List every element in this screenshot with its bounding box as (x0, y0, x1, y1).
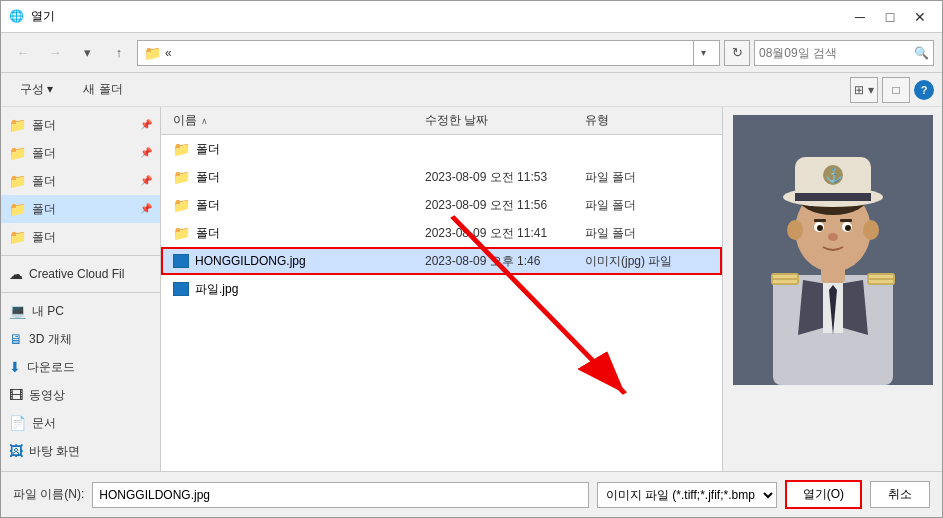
preview-icon: □ (892, 83, 899, 97)
up-button[interactable]: ↑ (105, 39, 133, 67)
forward-icon: → (49, 45, 62, 60)
sidebar-item-label: Creative Cloud Fil (29, 267, 124, 281)
sidebar: 📁 폴더 📌 📁 폴더 📌 📁 폴더 📌 📁 폴더 📌 📁 폴 (1, 107, 161, 471)
image-file-icon (173, 282, 189, 296)
sidebar-item-folder4[interactable]: 📁 폴더 📌 (1, 195, 160, 223)
sidebar-item-videos[interactable]: 🎞 동영상 (1, 381, 160, 409)
filename-label: 파일 이름(N): (13, 486, 84, 503)
table-row-selected[interactable]: HONGGILDONG.jpg 2023-08-09 오후 1:46 이미지(j… (161, 247, 722, 275)
sidebar-item-label: 동영상 (29, 387, 65, 404)
close-button[interactable]: ✕ (906, 3, 934, 31)
search-icon: 🔍 (914, 46, 929, 60)
pin-icon: 📌 (140, 119, 152, 131)
folder-icon: 📁 (9, 145, 26, 161)
filename-input[interactable] (92, 482, 588, 508)
file-header: 이름 ∧ 수정한 날짜 유형 (161, 107, 722, 135)
sidebar-item-label: 폴더 (32, 145, 56, 162)
pc-icon: 💻 (9, 303, 26, 319)
sidebar-item-creative-cloud[interactable]: ☁ Creative Cloud Fil (1, 260, 160, 288)
help-button[interactable]: ? (914, 80, 934, 100)
sidebar-item-folder2[interactable]: 📁 폴더 📌 (1, 139, 160, 167)
folder-icon: 📁 (173, 169, 190, 185)
address-text: « (165, 46, 689, 60)
svg-rect-10 (773, 280, 797, 283)
sidebar-item-docs[interactable]: 📄 문서 (1, 409, 160, 437)
dialog-title: 열기 (31, 8, 846, 25)
organize-button[interactable]: 구성 ▾ (9, 77, 64, 102)
sidebar-item-label: 바탕 화면 (29, 443, 80, 460)
col-date-header[interactable]: 수정한 날짜 (425, 112, 585, 129)
view-mode-button[interactable]: ⊞ ▾ (850, 77, 878, 103)
new-folder-button[interactable]: 새 폴더 (72, 77, 133, 102)
svg-point-25 (828, 233, 838, 241)
table-row[interactable]: 📁 폴더 2023-08-09 오전 11:53 파일 폴더 (161, 163, 722, 191)
sidebar-item-desktop[interactable]: 🖼 바탕 화면 (1, 437, 160, 465)
file-date: 2023-08-09 오후 1:46 (425, 253, 585, 270)
svg-rect-28 (795, 193, 871, 201)
svg-point-21 (817, 225, 823, 231)
svg-text:⚓: ⚓ (824, 167, 842, 184)
address-chevron[interactable]: ▾ (693, 40, 713, 66)
svg-rect-13 (869, 280, 893, 283)
file-type: 파일 폴더 (585, 169, 705, 186)
file-name: HONGGILDONG.jpg (195, 254, 306, 268)
docs-icon: 📄 (9, 415, 26, 431)
folder-icon: 📁 (9, 117, 26, 133)
forward-button[interactable]: → (41, 39, 69, 67)
bottom-bar: 파일 이름(N): 이미지 파일 (*.tiff;*.jfif;*.bmp;* … (1, 471, 942, 517)
sidebar-item-label: 폴더 (32, 117, 56, 134)
folder-icon: 📁 (173, 225, 190, 241)
svg-point-22 (845, 225, 851, 231)
sidebar-item-mypc[interactable]: 💻 내 PC (1, 297, 160, 325)
table-row[interactable]: 📁 폴더 (161, 135, 722, 163)
col-type-header[interactable]: 유형 (585, 112, 705, 129)
sidebar-item-folder3[interactable]: 📁 폴더 📌 (1, 167, 160, 195)
file-name: 폴더 (196, 141, 220, 158)
filetype-select[interactable]: 이미지 파일 (*.tiff;*.jfif;*.bmp;* (597, 482, 777, 508)
address-bar[interactable]: 📁 « ▾ (137, 40, 720, 66)
sidebar-item-3d[interactable]: 🖥 3D 개체 (1, 325, 160, 353)
col-name-header[interactable]: 이름 ∧ (165, 112, 425, 129)
up-icon: ↑ (116, 45, 123, 60)
sidebar-item-downloads[interactable]: ⬇ 다운로드 (1, 353, 160, 381)
folder-icon: 📁 (9, 173, 26, 189)
back-button[interactable]: ← (9, 39, 37, 67)
sidebar-item-label: 폴더 (32, 173, 56, 190)
preview-button[interactable]: □ (882, 77, 910, 103)
file-type: 이미지(jpg) 파일 (585, 253, 705, 270)
creative-cloud-icon: ☁ (9, 266, 23, 282)
recent-button[interactable]: ▾ (73, 39, 101, 67)
preview-area: ⚓ (722, 107, 942, 471)
recent-icon: ▾ (84, 45, 91, 60)
folder-icon: 📁 (173, 141, 190, 157)
sort-arrow-icon: ∧ (201, 116, 208, 126)
back-icon: ← (17, 45, 30, 60)
refresh-icon: ↻ (732, 45, 743, 60)
maximize-button[interactable]: □ (876, 3, 904, 31)
search-box[interactable]: 🔍 (754, 40, 934, 66)
open-dialog: 🌐 열기 ─ □ ✕ ← → ▾ ↑ 📁 « ▾ ↻ 🔍 (0, 0, 943, 518)
file-area-wrapper: 이름 ∧ 수정한 날짜 유형 📁 (161, 107, 722, 471)
pin-icon: 📌 (140, 175, 152, 187)
folder-icon: 📁 (9, 229, 26, 245)
file-list: 📁 폴더 📁 폴더 2023-08-09 오전 11:53 파일 폴 (161, 135, 722, 471)
captain-portrait: ⚓ (733, 115, 933, 385)
sidebar-item-label: 다운로드 (27, 359, 75, 376)
action-toolbar: 구성 ▾ 새 폴더 ⊞ ▾ □ ? (1, 73, 942, 107)
sidebar-item-folder1[interactable]: 📁 폴더 📌 (1, 111, 160, 139)
cancel-button[interactable]: 취소 (870, 481, 930, 508)
svg-rect-23 (814, 219, 826, 222)
table-row[interactable]: 📁 폴더 2023-08-09 오전 11:56 파일 폴더 (161, 191, 722, 219)
sidebar-item-folder5[interactable]: 📁 폴더 (1, 223, 160, 251)
open-button[interactable]: 열기(O) (785, 480, 862, 509)
navigation-toolbar: ← → ▾ ↑ 📁 « ▾ ↻ 🔍 (1, 33, 942, 73)
table-row[interactable]: 📁 폴더 2023-08-09 오전 11:41 파일 폴더 (161, 219, 722, 247)
table-row[interactable]: 파일.jpg (161, 275, 722, 303)
sidebar-item-label: 내 PC (32, 303, 64, 320)
search-input[interactable] (759, 46, 914, 60)
col-type-label: 유형 (585, 113, 609, 127)
sidebar-divider2 (1, 292, 160, 293)
minimize-button[interactable]: ─ (846, 3, 874, 31)
sidebar-divider (1, 255, 160, 256)
refresh-button[interactable]: ↻ (724, 40, 750, 66)
